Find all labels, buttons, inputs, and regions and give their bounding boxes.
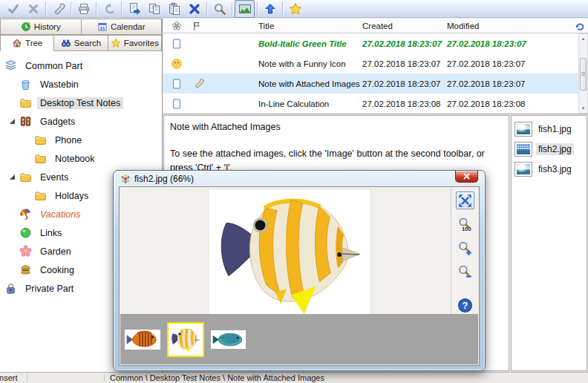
favorite-star-button[interactable] <box>285 0 305 18</box>
tab-calendar[interactable]: 31Calendar <box>82 19 163 35</box>
confirm-check-icon <box>7 2 20 16</box>
tree-item-label: Events <box>37 171 71 183</box>
list-scrollbar[interactable]: ▲ ☰ ▼ <box>578 33 588 114</box>
zoom-in-icon <box>457 240 473 256</box>
app-flower-icon <box>120 174 131 184</box>
favorites-star-icon <box>111 38 121 48</box>
attachments-panel: fish1.jpgfish2.jpgfish3.jpg <box>511 115 587 371</box>
tab-history[interactable]: History <box>0 19 82 35</box>
statusbar-divider <box>104 374 105 382</box>
cooking-burger-icon <box>19 263 32 276</box>
tree-item-common-part[interactable]: Common Part <box>0 56 162 75</box>
note-row-modified: 27.02.2018 18:23:07 <box>447 39 578 48</box>
copy-icon <box>148 2 161 16</box>
column-note-icon[interactable] <box>163 21 190 31</box>
attachment-name: fish2.jpg <box>536 143 574 155</box>
zoom-out-icon <box>457 264 473 280</box>
main-image-fish2 <box>209 189 370 315</box>
zoom-in-button[interactable] <box>456 239 474 257</box>
notes-list-header: Title Created Modified <box>163 19 588 33</box>
picture-icon <box>514 142 532 157</box>
notes-list: Bold-Italic Green Title27.02.2018 18:23:… <box>163 33 578 114</box>
zoom-out-button[interactable] <box>456 263 474 281</box>
column-flag[interactable] <box>190 21 258 31</box>
smiley-icon <box>171 58 183 70</box>
viewer-thumbnail-fish1[interactable] <box>125 330 160 350</box>
paste-button[interactable] <box>164 0 184 18</box>
refresh-arrow-button[interactable] <box>572 21 588 31</box>
search-magnifier-button[interactable] <box>209 0 229 18</box>
scrollbar-thumb[interactable]: ☰ <box>580 58 587 91</box>
viewer-thumbnail-fish2[interactable] <box>167 322 204 357</box>
confirm-check-button[interactable] <box>3 0 23 18</box>
attachment-clip-icon <box>193 78 258 89</box>
svg-text:?: ? <box>462 300 468 311</box>
image-viewport[interactable] <box>120 188 451 314</box>
tree-item-label: Phone <box>52 134 85 146</box>
speakers-icon <box>19 115 32 128</box>
scroll-down-icon[interactable]: ▼ <box>579 104 587 113</box>
send-note-button[interactable] <box>124 0 144 18</box>
umbrella-icon <box>19 208 32 220</box>
tree-item-wastebin[interactable]: Wastebin <box>0 75 162 94</box>
tab-label: Favorites <box>124 39 159 48</box>
print-button[interactable] <box>74 0 94 18</box>
expand-triangle-icon[interactable] <box>9 118 19 125</box>
viewer-title-text: fish2.jpg (66%) <box>134 174 194 184</box>
scroll-up-icon[interactable]: ▲ <box>579 34 587 43</box>
help-icon: ? <box>457 298 473 313</box>
viewer-titlebar[interactable]: fish2.jpg (66%) <box>114 171 485 186</box>
tree-item-label: Common Part <box>22 60 85 72</box>
note-row-note-with-attached-images[interactable]: Note with Attached Images27.02.2018 18:2… <box>163 73 578 94</box>
help-button[interactable]: ? <box>456 296 474 314</box>
print-icon <box>77 2 91 16</box>
lock-icon <box>4 282 17 295</box>
tree-item-phone[interactable]: Phone <box>0 131 162 149</box>
attach-paperclip-button[interactable] <box>48 0 68 18</box>
note-row-icon-cell <box>163 98 190 110</box>
tab-tree[interactable]: Tree <box>0 35 54 51</box>
tree-item-notebook[interactable]: Notebook <box>0 149 162 168</box>
tab-favorites[interactable]: Favorites <box>108 35 162 51</box>
toolbar-separator <box>71 2 71 16</box>
attachment-item-fish1-jpg[interactable]: fish1.jpg <box>512 119 587 139</box>
fit-window-button[interactable] <box>456 192 474 209</box>
note-row-in-line-calculation[interactable]: In-Line Calculation27.02.2018 18:23:0827… <box>163 94 578 114</box>
undo-button[interactable] <box>99 0 119 18</box>
zoom-100-button[interactable]: 100 <box>456 215 474 233</box>
attachment-item-fish2-jpg[interactable]: fish2.jpg <box>512 139 587 159</box>
tab-search[interactable]: Search <box>54 35 108 51</box>
column-modified[interactable]: Modified <box>447 22 572 30</box>
image-viewer-button[interactable] <box>235 0 255 18</box>
calendar-icon: 31 <box>97 22 108 32</box>
note-row-modified: 27.02.2018 18:23:08 <box>447 99 578 108</box>
attachment-item-fish3-jpg[interactable]: fish3.jpg <box>512 159 587 179</box>
sidebar-tabs-top: History31Calendar <box>0 19 162 35</box>
attachment-name: fish3.jpg <box>536 163 574 175</box>
move-up-button[interactable] <box>260 0 280 18</box>
image-viewer-window[interactable]: fish2.jpg (66%) 100? <box>113 170 486 371</box>
links-sphere-icon <box>19 226 32 239</box>
tab-label: Tree <box>25 39 42 48</box>
note-row-note-with-a-funny-icon[interactable]: Note with a Funny Icon27.02.2018 18:23:0… <box>163 53 578 73</box>
expand-triangle-icon[interactable] <box>9 174 19 180</box>
viewer-thumbnail-fish3[interactable] <box>211 330 246 349</box>
toolbar-separator <box>206 2 207 16</box>
column-created[interactable]: Created <box>362 22 447 30</box>
viewer-client-area: 100? <box>119 186 480 366</box>
tree-item-gadgets[interactable]: Gadgets <box>0 112 162 131</box>
cancel-x-button[interactable] <box>23 0 43 18</box>
close-button[interactable] <box>455 171 478 183</box>
note-row-created: 27.02.2018 18:23:07 <box>362 59 447 68</box>
insert-mode-indicator: Insert <box>0 373 18 382</box>
send-note-icon <box>128 2 141 16</box>
note-row-bold-italic-green-title[interactable]: Bold-Italic Green Title27.02.2018 18:23:… <box>163 33 578 53</box>
tree-item-label: Vacations <box>37 209 83 220</box>
note-row-icon-cell <box>163 78 190 90</box>
copy-button[interactable] <box>144 0 164 18</box>
tree-item-desktop-test-notes[interactable]: Desktop Test Notes <box>0 94 162 112</box>
note-row-title: In-Line Calculation <box>258 99 362 108</box>
note-page-icon <box>171 38 183 50</box>
delete-x-button[interactable] <box>184 0 204 18</box>
column-title[interactable]: Title <box>258 22 362 30</box>
